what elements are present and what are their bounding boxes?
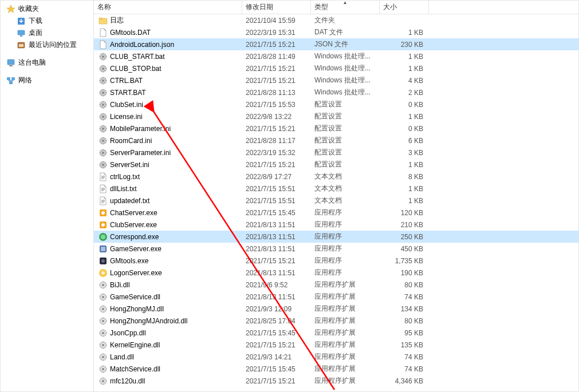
column-header-type[interactable]: 类型 ▲ <box>311 1 380 14</box>
file-date: 2021/8/13 11:51 <box>242 233 311 241</box>
file-name: ClubSet.ini <box>110 101 143 109</box>
file-date: 2021/7/15 15:21 <box>242 41 311 49</box>
sort-ascending-icon: ▲ <box>343 0 348 5</box>
file-row[interactable]: Correspond.exe2021/8/13 11:51应用程序250 KB <box>94 231 578 243</box>
file-row[interactable]: 日志2021/10/4 15:59文件夹 <box>94 14 578 26</box>
ini-icon <box>99 124 108 133</box>
file-name: MobileParameter.ini <box>110 125 171 133</box>
file-name: CLUB_STOP.bat <box>110 65 162 73</box>
sidebar-item-recent[interactable]: 最近访问的位置 <box>1 39 93 51</box>
ini-icon <box>99 148 108 157</box>
file-row[interactable]: ServerParameter.ini2022/3/19 15:32配置设置3 … <box>94 146 578 159</box>
ini-icon <box>99 136 108 145</box>
pc-icon <box>6 58 15 68</box>
file-row[interactable]: mfc120u.dll2021/7/15 15:21应用程序扩展4,346 KB <box>94 375 578 387</box>
file-date: 2022/3/19 15:32 <box>242 149 311 157</box>
file-type: JSON 文件 <box>311 39 380 49</box>
file-row[interactable]: CLUB_START.bat2021/8/28 11:49Windows 批处理… <box>94 50 578 62</box>
bat-icon <box>99 64 108 73</box>
file-row[interactable]: MobileParameter.ini2021/7/15 15:21配置设置0 … <box>94 122 578 134</box>
file-size: 230 KB <box>380 41 429 49</box>
sidebar: 收藏夹 下载 桌面 最近访问的位置 这台电脑 <box>1 1 94 391</box>
sidebar-thispc[interactable]: 这台电脑 <box>1 57 93 69</box>
file-list[interactable]: 日志2021/10/4 15:59文件夹GMtools.DAT2022/3/19… <box>94 14 578 391</box>
file-row[interactable]: GameServer.exe2021/8/13 11:51应用程序450 KB <box>94 243 578 255</box>
file-row[interactable]: Land.dll2021/9/3 14:21应用程序扩展74 KB <box>94 351 578 363</box>
file-name: ClubServer.exe <box>110 221 157 229</box>
file-row[interactable]: HongZhongMJ.dll2021/9/3 12:09应用程序扩展134 K… <box>94 303 578 315</box>
file-size: 1 KB <box>380 185 429 193</box>
file-date: 2021/8/28 11:17 <box>242 137 311 145</box>
file-size: 0 KB <box>380 101 429 109</box>
file-name: CLUB_START.bat <box>110 53 165 61</box>
file-size: 1 KB <box>380 65 429 73</box>
sidebar-item-desktop[interactable]: 桌面 <box>1 27 93 39</box>
file-name: Correspond.exe <box>110 233 159 241</box>
file-date: 2021/7/15 15:45 <box>242 365 311 373</box>
file-row[interactable]: MatchService.dll2021/7/15 15:45应用程序扩展74 … <box>94 363 578 375</box>
recent-icon <box>17 41 26 50</box>
file-row[interactable]: HongZhongMJAndroid.dll2021/8/25 17:04应用程… <box>94 315 578 327</box>
file-row[interactable]: GMtools.DAT2022/3/19 15:31DAT 文件1 KB <box>94 26 578 38</box>
file-size: 120 KB <box>380 209 429 217</box>
dat-icon <box>99 28 108 37</box>
file-row[interactable]: CTRL.BAT2021/7/15 15:21Windows 批处理...4 K… <box>94 74 578 86</box>
file-row[interactable]: RoomCard.ini2021/8/28 11:17配置设置6 KB <box>94 134 578 146</box>
file-row[interactable]: ChatServer.exe2021/7/15 15:45应用程序120 KB <box>94 207 578 219</box>
file-row[interactable]: CLUB_STOP.bat2021/7/15 15:21Windows 批处理.… <box>94 62 578 74</box>
downloads-label: 下载 <box>29 16 42 26</box>
file-size: 74 KB <box>380 293 429 301</box>
file-date: 2021/8/13 11:51 <box>242 293 311 301</box>
sidebar-favorites[interactable]: 收藏夹 <box>1 3 93 15</box>
file-row[interactable]: dllList.txt2021/7/15 15:51文本文档1 KB <box>94 183 578 195</box>
file-name: 日志 <box>110 15 124 25</box>
file-row[interactable]: GameService.dll2021/8/13 11:51应用程序扩展74 K… <box>94 291 578 303</box>
file-type: 应用程序 <box>311 256 380 266</box>
dll-icon <box>99 328 108 338</box>
file-row[interactable]: JsonCpp.dll2021/7/15 15:45应用程序扩展95 KB <box>94 327 578 339</box>
dll-icon <box>99 377 108 386</box>
file-row[interactable]: BiJi.dll2021/9/6 9:52应用程序扩展80 KB <box>94 279 578 291</box>
dll-icon <box>99 365 108 374</box>
file-size: 1 KB <box>380 161 429 169</box>
file-size: 1 KB <box>380 197 429 205</box>
file-name: MatchService.dll <box>110 365 160 373</box>
exe-orange-icon <box>99 208 108 217</box>
file-date: 2022/8/9 17:27 <box>242 173 311 181</box>
ini-icon <box>99 100 108 109</box>
svg-marker-0 <box>7 5 15 13</box>
file-date: 2021/7/15 15:21 <box>242 125 311 133</box>
column-header-date[interactable]: 修改日期 <box>242 1 311 14</box>
file-row[interactable]: LogonServer.exe2021/8/13 11:51应用程序190 KB <box>94 267 578 279</box>
file-row[interactable]: ClubServer.exe2021/8/13 11:51应用程序210 KB <box>94 219 578 231</box>
file-row[interactable]: updatedef.txt2021/7/15 15:51文本文档1 KB <box>94 195 578 207</box>
recent-label: 最近访问的位置 <box>29 40 77 50</box>
svg-rect-8 <box>7 77 10 80</box>
sidebar-item-downloads[interactable]: 下载 <box>1 15 93 27</box>
dll-icon <box>99 292 108 302</box>
file-date: 2021/9/3 14:21 <box>242 353 311 361</box>
file-row[interactable]: START.BAT2021/8/28 11:13Windows 批处理...2 … <box>94 86 578 98</box>
file-name: mfc120u.dll <box>110 377 145 385</box>
file-row[interactable]: ClubSet.ini2021/7/15 15:53配置设置0 KB <box>94 98 578 110</box>
file-row[interactable]: ServerSet.ini2021/7/15 15:21配置设置1 KB <box>94 159 578 171</box>
file-size: 8 KB <box>380 173 429 181</box>
file-row[interactable]: ctrlLog.txt2022/8/9 17:27文本文档8 KB <box>94 171 578 183</box>
main-pane: 名称 修改日期 类型 ▲ 大小 日志2021/10/4 15:59文件夹GMto… <box>94 1 578 391</box>
file-date: 2021/7/15 15:51 <box>242 197 311 205</box>
file-type: 应用程序扩展 <box>311 364 380 374</box>
file-type: 应用程序 <box>311 268 380 278</box>
column-header-name[interactable]: 名称 <box>94 1 242 14</box>
exe-orange-icon <box>99 220 108 229</box>
sidebar-network[interactable]: 网络 <box>1 74 93 86</box>
file-row[interactable]: License.ini2022/9/8 13:22配置设置1 KB <box>94 110 578 122</box>
file-date: 2021/9/6 9:52 <box>242 281 311 289</box>
file-row[interactable]: GMtools.exe2021/7/15 15:21应用程序1,735 KB <box>94 255 578 267</box>
file-name: KernelEngine.dll <box>110 341 160 349</box>
column-header-size[interactable]: 大小 <box>380 1 429 14</box>
svg-rect-6 <box>7 60 14 65</box>
folder-icon <box>99 16 108 25</box>
file-row[interactable]: KernelEngine.dll2021/7/15 15:21应用程序扩展135… <box>94 339 578 351</box>
file-row[interactable]: AndroidLocation.json2021/7/15 15:21JSON … <box>94 38 578 50</box>
file-date: 2021/7/15 15:21 <box>242 65 311 73</box>
